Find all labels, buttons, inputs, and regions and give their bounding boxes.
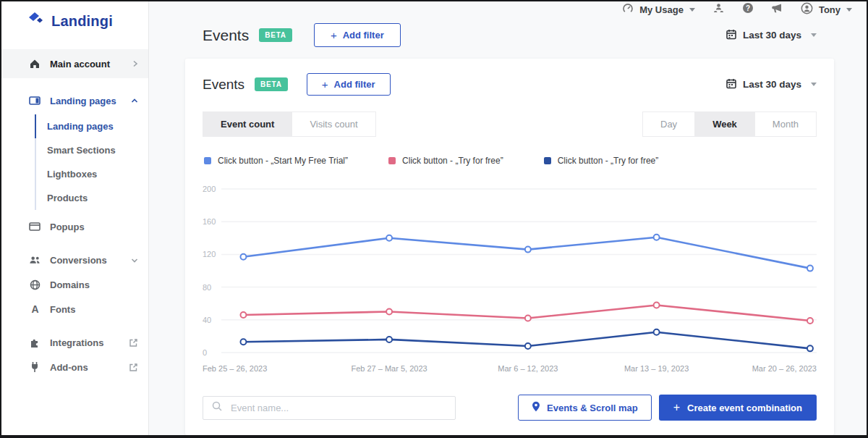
y-tick-label: 0 — [203, 348, 207, 357]
sidebar-item-integrations[interactable]: Integrations — [1, 330, 148, 355]
sidebar-item-label: Fonts — [50, 304, 138, 315]
sidebar-item-label: Integrations — [50, 337, 119, 348]
sidebar-item-smart-sections[interactable]: Smart Sections — [35, 138, 148, 162]
legend-label: Click button - „Try for free” — [402, 156, 503, 166]
chart-plot-area — [221, 183, 817, 358]
add-filter-button[interactable]: + Add filter — [307, 73, 391, 96]
gauge-icon — [622, 3, 634, 17]
brand-name: Landingi — [51, 13, 113, 30]
date-range-dropdown[interactable]: Last 30 days — [726, 29, 817, 42]
beta-badge: BETA — [255, 77, 288, 91]
my-usage-label: My Usage — [639, 4, 684, 15]
search-icon — [212, 401, 222, 414]
caret-down-icon — [846, 8, 852, 12]
legend-label: Click button - „Try for free” — [558, 156, 659, 166]
x-axis: Feb 25 – 26, 2023Feb 27 – Mar 5, 2023Mar… — [203, 364, 817, 377]
sidebar-item-landing-pages-group[interactable]: Landing pages — [1, 88, 148, 113]
add-filter-button[interactable]: + Add filter — [314, 23, 401, 47]
landingi-logo[interactable]: Landingi — [1, 9, 148, 33]
y-axis: 04080120160200 — [203, 183, 221, 358]
y-tick-label: 80 — [203, 283, 211, 292]
tab-day[interactable]: Day — [642, 111, 695, 137]
landingi-logo-icon — [27, 12, 45, 30]
y-tick-label: 120 — [203, 250, 216, 258]
card-footer: Events & Scroll map + Create event combi… — [203, 395, 817, 421]
sidebar: Landingi Main account Landing pages Land… — [1, 1, 149, 435]
svg-text:?: ? — [746, 4, 750, 12]
conversions-icon — [29, 254, 41, 266]
y-tick-label: 200 — [203, 185, 216, 193]
tab-visits-count[interactable]: Visits count — [292, 111, 375, 137]
chart-canvas — [221, 183, 817, 358]
chevron-right-icon — [132, 60, 138, 67]
event-name-input[interactable] — [231, 403, 446, 413]
card-title: Events — [203, 77, 244, 93]
legend-item[interactable]: Click button - „Try for free” — [544, 156, 659, 166]
legend-swatch — [544, 157, 551, 164]
caret-down-icon — [811, 33, 817, 37]
page-header: Events BETA + Add filter Last 30 days — [185, 23, 834, 47]
calendar-icon — [726, 29, 736, 42]
chevron-down-icon — [131, 258, 138, 263]
create-event-combination-button[interactable]: + Create event combination — [659, 395, 817, 421]
plus-icon: + — [331, 29, 337, 41]
sidebar-item-label: Popups — [50, 222, 138, 232]
landing-pages-icon — [29, 95, 41, 106]
sidebar-item-products[interactable]: Products — [35, 186, 148, 210]
main-area: My Usage ? Tony — [149, 1, 867, 435]
sidebar-item-label: Products — [47, 193, 88, 203]
line-chart: 04080120160200 Feb 25 – 26, 2023Feb 27 –… — [203, 183, 817, 377]
date-range-dropdown[interactable]: Last 30 days — [726, 78, 817, 91]
topbar-icons: ? — [712, 2, 783, 17]
globe-icon — [29, 279, 41, 290]
sidebar-item-fonts[interactable]: A Fonts — [1, 297, 148, 321]
popups-icon — [29, 221, 41, 232]
x-tick-label: Mar 6 – 12, 2023 — [498, 364, 558, 373]
calendar-icon — [726, 78, 736, 91]
card-header: Events BETA + Add filter Last 30 days — [203, 73, 817, 96]
sidebar-item-domains[interactable]: Domains — [1, 272, 148, 297]
tab-event-count[interactable]: Event count — [203, 111, 292, 137]
home-icon — [29, 58, 41, 70]
page-title: Events — [203, 27, 249, 44]
sidebar-item-label: Add-ons — [50, 362, 119, 373]
tab-month[interactable]: Month — [755, 111, 817, 137]
x-tick-label: Mar 13 – 19, 2023 — [624, 364, 689, 373]
external-link-icon — [129, 363, 138, 372]
y-tick-label: 160 — [203, 217, 216, 226]
affiliate-icon[interactable] — [712, 3, 725, 17]
chevron-up-icon — [131, 98, 138, 104]
date-range-label: Last 30 days — [743, 79, 801, 90]
megaphone-icon[interactable] — [771, 3, 783, 17]
x-tick-label: Feb 25 – 26, 2023 — [203, 364, 267, 373]
events-scroll-map-button[interactable]: Events & Scroll map — [518, 395, 652, 421]
x-tick-label: Feb 27 – Mar 5, 2023 — [351, 364, 427, 373]
legend-item[interactable]: Click button - „Start My Free Trial” — [204, 156, 348, 166]
legend-label: Click button - „Start My Free Trial” — [218, 156, 348, 166]
caret-down-icon — [811, 83, 817, 86]
sidebar-item-label: Landing pages — [50, 96, 122, 106]
external-link-icon — [129, 338, 138, 348]
sidebar-item-landing-pages[interactable]: Landing pages — [35, 114, 148, 138]
granularity-tabs: Day Week Month — [642, 111, 817, 137]
help-icon[interactable]: ? — [742, 2, 754, 17]
sidebar-item-label: Lightboxes — [47, 169, 97, 180]
sidebar-item-conversions[interactable]: Conversions — [1, 248, 148, 272]
plus-icon: + — [322, 78, 328, 90]
legend-item[interactable]: Click button - „Try for free” — [388, 156, 503, 166]
tab-week[interactable]: Week — [695, 111, 755, 137]
sidebar-item-popups[interactable]: Popups — [1, 214, 148, 239]
my-usage-dropdown[interactable]: My Usage — [622, 3, 695, 17]
y-tick-label: 40 — [203, 316, 211, 324]
sidebar-item-label: Landing pages — [47, 121, 114, 132]
map-pin-icon — [532, 401, 540, 414]
events-scroll-map-label: Events & Scroll map — [547, 403, 638, 413]
account-dropdown[interactable]: Tony — [801, 2, 852, 17]
legend-swatch — [204, 157, 211, 164]
sidebar-item-add-ons[interactable]: Add-ons — [1, 355, 148, 379]
sidebar-item-lightboxes[interactable]: Lightboxes — [35, 162, 148, 186]
events-card: Events BETA + Add filter Last 30 days — [185, 59, 834, 435]
plug-icon — [29, 361, 41, 373]
sidebar-item-main-account[interactable]: Main account — [1, 49, 148, 78]
event-search — [203, 396, 456, 420]
